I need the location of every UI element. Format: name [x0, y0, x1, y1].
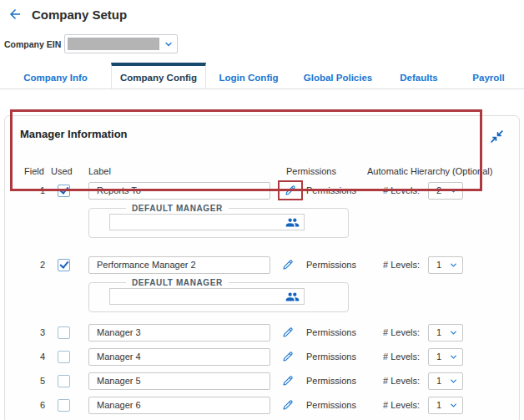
- levels-value: 1: [436, 376, 441, 386]
- chevron-down-icon: [449, 401, 458, 410]
- chevron-down-icon: [449, 328, 458, 337]
- permissions-link[interactable]: Permissions: [306, 260, 373, 270]
- levels-select[interactable]: 1: [428, 348, 463, 366]
- default-manager-input[interactable]: [109, 288, 305, 305]
- company-ein-row: Company EIN: [4, 34, 524, 53]
- levels-value: 1: [436, 352, 441, 362]
- field-number: 6: [20, 400, 45, 410]
- pencil-icon: [281, 398, 295, 412]
- tab-company-config[interactable]: Company Config: [111, 63, 206, 89]
- default-manager-legend: DEFAULT MANAGER: [126, 278, 229, 287]
- manager-row-1: 1 Permissions # Levels: 2: [20, 180, 504, 200]
- default-manager-input[interactable]: [109, 214, 305, 230]
- pencil-icon: [284, 184, 297, 197]
- tab-login-config[interactable]: Login Config: [206, 63, 291, 89]
- edit-permissions-button[interactable]: [278, 347, 298, 366]
- levels-value: 2: [436, 185, 441, 195]
- label-input[interactable]: [88, 324, 270, 342]
- levels-value: 1: [436, 327, 441, 337]
- manager-row-2: 2 Permissions # Levels: 1: [20, 255, 504, 275]
- column-header-field: Field: [20, 166, 51, 176]
- company-ein-label: Company EIN: [4, 39, 64, 49]
- manager-row-5: 5 Permissions # Levels: 1: [20, 371, 504, 391]
- manager-row-4: 4 Permissions # Levels: 1: [20, 347, 504, 367]
- pencil-icon: [281, 326, 295, 339]
- label-input[interactable]: [88, 348, 270, 366]
- permissions-link[interactable]: Permissions: [306, 327, 373, 337]
- levels-label: # Levels:: [380, 352, 420, 362]
- permissions-link[interactable]: Permissions: [306, 400, 373, 410]
- column-headers: Field Used Label Permissions Automatic H…: [20, 166, 504, 176]
- pencil-icon: [281, 350, 295, 363]
- levels-select[interactable]: 1: [428, 256, 463, 274]
- page-title: Company Setup: [32, 8, 127, 22]
- levels-value: 1: [436, 400, 441, 410]
- levels-select[interactable]: 2: [428, 182, 463, 200]
- levels-label: # Levels:: [380, 260, 420, 270]
- permissions-link[interactable]: Permissions: [306, 376, 373, 386]
- chevron-down-icon: [164, 39, 174, 49]
- permissions-link[interactable]: Permissions: [306, 352, 373, 362]
- used-checkbox[interactable]: [58, 351, 70, 363]
- column-header-used: Used: [51, 166, 88, 176]
- chevron-down-icon: [449, 352, 458, 362]
- column-header-label: Label: [88, 166, 270, 176]
- levels-select[interactable]: 1: [428, 324, 463, 342]
- label-input[interactable]: [88, 372, 270, 390]
- tab-bar: Company Info Company Config Login Config…: [0, 63, 524, 89]
- section-title: Manager Information: [20, 128, 128, 140]
- chevron-down-icon: [449, 377, 458, 386]
- label-input[interactable]: [88, 256, 270, 274]
- tab-defaults[interactable]: Defaults: [385, 63, 453, 89]
- tab-payroll[interactable]: Payroll: [453, 63, 524, 89]
- pencil-icon: [281, 258, 295, 271]
- pencil-icon: [281, 374, 295, 387]
- field-number: 3: [20, 327, 45, 337]
- used-checkbox[interactable]: [58, 326, 70, 339]
- column-header-permissions: Permissions: [286, 166, 361, 176]
- redacted-ein-value: [68, 38, 159, 50]
- tab-global-policies[interactable]: Global Policies: [291, 63, 385, 89]
- used-checkbox[interactable]: [58, 375, 70, 387]
- permissions-link[interactable]: Permissions: [306, 185, 373, 195]
- levels-label: # Levels:: [380, 185, 420, 195]
- levels-select[interactable]: 1: [428, 372, 463, 390]
- people-lookup-icon[interactable]: [285, 215, 300, 230]
- field-number: 5: [20, 376, 45, 386]
- used-checkbox[interactable]: [58, 185, 70, 197]
- chevron-down-icon: [449, 186, 458, 195]
- levels-label: # Levels:: [380, 400, 420, 410]
- page-header: Company Setup: [0, 0, 524, 22]
- field-number: 2: [20, 260, 45, 270]
- manager-row-3: 3 Permissions # Levels: 1: [20, 322, 504, 342]
- levels-select[interactable]: 1: [428, 397, 463, 414]
- edit-permissions-button[interactable]: [278, 323, 298, 342]
- column-header-hierarchy: Automatic Hierarchy (Optional): [367, 166, 492, 176]
- tab-company-info[interactable]: Company Info: [0, 63, 111, 89]
- levels-label: # Levels:: [380, 327, 420, 337]
- manager-information-card: Manager Information Field Used Label Per…: [4, 115, 520, 420]
- manager-row-6: 6 Permissions # Levels: 1: [20, 395, 504, 415]
- default-manager-fieldset: DEFAULT MANAGER: [88, 204, 349, 238]
- levels-label: # Levels:: [380, 376, 420, 386]
- company-ein-select[interactable]: [64, 34, 178, 53]
- default-manager-fieldset: DEFAULT MANAGER: [88, 278, 349, 312]
- people-lookup-icon[interactable]: [285, 290, 300, 304]
- used-checkbox[interactable]: [58, 399, 70, 412]
- collapse-icon[interactable]: [490, 129, 504, 144]
- edit-permissions-button[interactable]: [278, 180, 303, 200]
- label-input[interactable]: [88, 397, 270, 414]
- field-number: 4: [20, 352, 45, 362]
- default-manager-legend: DEFAULT MANAGER: [126, 204, 229, 213]
- edit-permissions-button[interactable]: [278, 256, 298, 274]
- back-arrow-icon[interactable]: [8, 7, 23, 22]
- chevron-down-icon: [449, 261, 458, 270]
- levels-value: 1: [436, 260, 441, 270]
- used-checkbox[interactable]: [58, 259, 70, 271]
- edit-permissions-button[interactable]: [278, 372, 298, 390]
- label-input[interactable]: [88, 182, 270, 200]
- field-number: 1: [20, 185, 45, 195]
- edit-permissions-button[interactable]: [278, 396, 298, 414]
